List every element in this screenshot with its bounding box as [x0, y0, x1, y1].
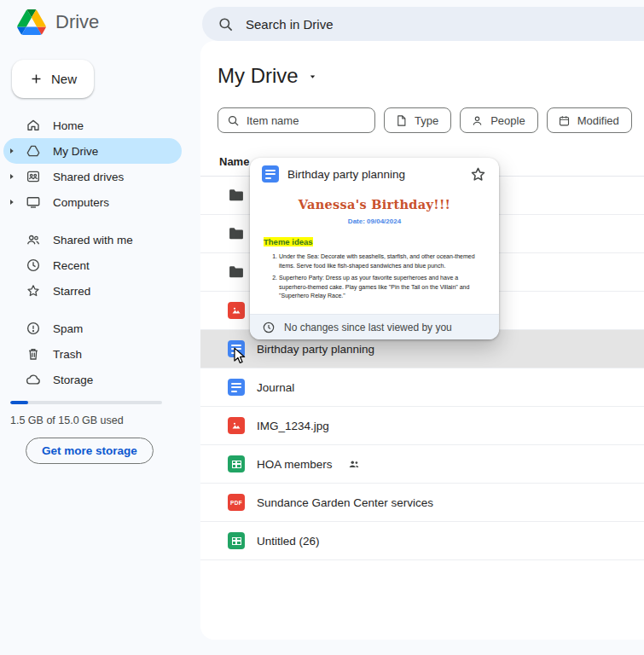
- topbar: Drive Search in Drive: [0, 0, 644, 41]
- chip-label: Modified: [577, 114, 619, 127]
- file-name: Birthday party planning: [257, 343, 374, 356]
- file-name: Sundance Garden Center services: [257, 496, 433, 509]
- people-filter-chip[interactable]: People: [460, 107, 537, 133]
- file-row-hoa-members[interactable]: HOA members: [200, 445, 644, 484]
- home-icon: [26, 118, 41, 133]
- google-sheets-icon: [228, 532, 245, 549]
- pdf-icon: PDF: [228, 494, 245, 511]
- sidebar-item-label: Computers: [53, 196, 109, 209]
- drive-logo-icon: [17, 9, 46, 35]
- image-icon: [228, 302, 245, 319]
- app-title: Drive: [55, 11, 99, 33]
- item-name-filter[interactable]: [218, 107, 375, 133]
- type-filter-chip[interactable]: Type: [384, 107, 451, 133]
- chevron-down-icon[interactable]: [307, 71, 318, 82]
- search-icon: [218, 16, 234, 32]
- search-bar[interactable]: Search in Drive: [202, 7, 644, 41]
- cloud-storage-icon: [26, 372, 41, 387]
- sidebar-item-label: Home: [53, 119, 84, 132]
- column-header-label: Name: [219, 155, 249, 168]
- sidebar-item-label: Shared with me: [53, 234, 133, 246]
- file-row-journal[interactable]: Journal: [200, 368, 644, 407]
- sidebar-item-home[interactable]: Home: [3, 113, 182, 138]
- sidebar-item-spam[interactable]: Spam: [3, 316, 182, 341]
- page-title-row: My Drive: [218, 63, 644, 89]
- search-icon: [227, 114, 240, 127]
- spam-icon: [26, 321, 41, 336]
- sidebar-item-shared-drives[interactable]: Shared drives: [3, 164, 182, 189]
- image-icon: [228, 417, 245, 434]
- google-docs-icon: [228, 379, 245, 396]
- calendar-icon: [558, 114, 571, 127]
- star-outline-icon[interactable]: [469, 165, 487, 183]
- new-button-label: New: [51, 72, 77, 86]
- sidebar-item-computers[interactable]: Computers: [3, 189, 182, 215]
- chevron-right-icon[interactable]: [8, 148, 15, 155]
- file-name: Untitled (26): [257, 535, 320, 548]
- preview-footer-text: No changes since last viewed by you: [284, 322, 452, 333]
- sidebar-item-label: Recent: [53, 259, 90, 272]
- file-type-icon: [395, 114, 408, 127]
- sidebar-item-shared-with-me[interactable]: Shared with me: [3, 227, 182, 252]
- modified-filter-chip[interactable]: Modified: [547, 107, 632, 133]
- get-more-storage-button[interactable]: Get more storage: [26, 438, 154, 464]
- file-name: Journal: [257, 381, 294, 394]
- sidebar-item-trash[interactable]: Trash: [3, 341, 182, 367]
- sidebar-item-recent[interactable]: Recent: [3, 252, 182, 278]
- google-docs-icon: [228, 340, 245, 357]
- recent-icon: [26, 258, 41, 273]
- sidebar-item-label: Shared drives: [53, 171, 124, 183]
- search-placeholder: Search in Drive: [246, 17, 334, 32]
- file-preview-card: Birthday party planning Vanessa's Birthd…: [250, 158, 499, 339]
- chip-label: Type: [415, 114, 438, 127]
- shared-with-me-icon: [26, 232, 41, 247]
- file-row-img-1234[interactable]: IMG_1234.jpg: [200, 407, 644, 445]
- chevron-right-icon[interactable]: [8, 173, 15, 181]
- google-drive-app: Drive Search in Drive New Home: [0, 0, 644, 655]
- file-row-untitled-26[interactable]: Untitled (26): [200, 522, 644, 560]
- document-preview[interactable]: Vanessa's Birthday!!! Date: 09/04/2024 T…: [250, 190, 499, 314]
- sidebar-item-my-drive[interactable]: My Drive: [3, 138, 182, 164]
- sidebar-item-label: Spam: [53, 322, 83, 335]
- file-row-sundance-garden[interactable]: PDF Sundance Garden Center services: [200, 484, 644, 522]
- drive-brand[interactable]: Drive: [17, 9, 99, 35]
- page-title[interactable]: My Drive: [218, 64, 299, 88]
- sidebar-item-storage[interactable]: Storage: [3, 367, 182, 392]
- doc-list-item: Superhero Party: Dress up as your favori…: [279, 274, 485, 301]
- shared-drives-icon: [26, 169, 41, 184]
- plus-icon: [29, 72, 44, 86]
- sidebar-item-label: Storage: [53, 374, 93, 386]
- doc-list: Under the Sea: Decorate with seashells, …: [264, 252, 485, 301]
- sidebar-nav: Home My Drive Shared drives: [0, 113, 200, 392]
- nav-group-gap: [0, 304, 200, 316]
- main-content: My Drive Type Peopl: [200, 41, 644, 640]
- folder-icon: [228, 264, 245, 281]
- doc-list-item: Under the Sea: Decorate with seashells, …: [279, 252, 485, 270]
- google-sheets-icon: [228, 455, 245, 472]
- storage-usage-text: 1.5 GB of 15.0 GB used: [10, 414, 200, 426]
- my-drive-icon: [26, 143, 41, 159]
- doc-section-row: Theme ideas: [264, 233, 485, 248]
- preview-footer: No changes since last viewed by you: [250, 314, 499, 339]
- preview-title: Birthday party planning: [287, 168, 461, 181]
- folder-icon: [228, 225, 245, 242]
- filter-row: Type People Modified: [218, 107, 644, 133]
- computers-icon: [26, 194, 41, 210]
- star-outline-icon: [26, 283, 41, 299]
- storage-progress-bar: [10, 401, 162, 404]
- folder-icon: [228, 187, 245, 204]
- new-button[interactable]: New: [12, 60, 94, 98]
- sidebar: New Home My Drive: [0, 41, 200, 655]
- sidebar-item-label: Starred: [53, 285, 90, 298]
- nav-group-gap: [0, 215, 200, 227]
- sidebar-item-label: My Drive: [53, 145, 98, 158]
- file-name: IMG_1234.jpg: [257, 420, 329, 432]
- sidebar-item-starred[interactable]: Starred: [3, 278, 182, 304]
- file-name: HOA members: [257, 458, 333, 471]
- sidebar-item-label: Trash: [53, 348, 82, 361]
- storage-progress-fill: [10, 401, 28, 404]
- doc-date: Date: 09/04/2024: [264, 217, 485, 225]
- chevron-right-icon[interactable]: [8, 199, 15, 206]
- item-name-input[interactable]: [247, 114, 366, 127]
- person-icon: [471, 114, 484, 127]
